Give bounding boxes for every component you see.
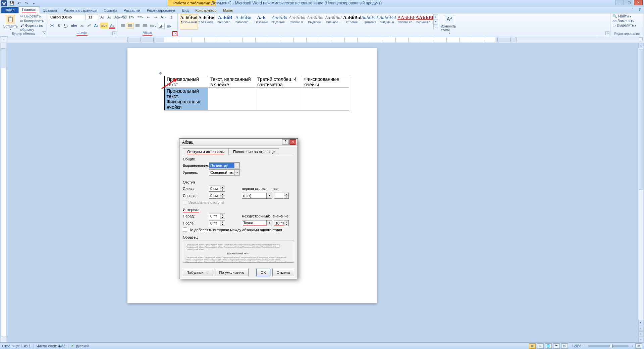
tab-mailings[interactable]: Рассылки (120, 8, 143, 13)
tab-page-layout[interactable]: Разметка страницы (60, 8, 101, 13)
grow-font-icon[interactable]: A↑ (99, 14, 105, 20)
tab-selector[interactable]: ⌐ (1, 36, 7, 43)
shading-icon[interactable]: ◪ (158, 23, 165, 29)
scroll-up-icon[interactable]: ▴ (638, 43, 643, 48)
dialog-close-button[interactable]: ✕ (289, 139, 296, 145)
cut-button[interactable]: ✂ Вырезать (20, 14, 45, 18)
view-full-screen-icon[interactable]: ▭ (537, 343, 544, 349)
view-web-icon[interactable]: 🌐 (545, 343, 552, 349)
minimize-ribbon-icon[interactable]: ˄ (631, 7, 635, 12)
tabs-button[interactable]: Табуляция... (183, 269, 213, 276)
style-item[interactable]: АаБбВвЗаголово... (234, 14, 252, 30)
browse-object-icon[interactable]: ○ (638, 331, 643, 337)
chevron-down-icon[interactable]: ▾ (234, 163, 239, 168)
style-item[interactable]: АаБбВвГгСлабое в... (288, 14, 307, 30)
tab-layout[interactable]: Макет (220, 8, 237, 13)
mirror-indents-checkbox[interactable] (183, 200, 187, 204)
table-cell[interactable]: Фиксированные ячейки (302, 76, 349, 88)
table-cell[interactable] (302, 88, 349, 110)
view-print-layout-icon[interactable]: ▤ (529, 343, 536, 349)
vertical-ruler[interactable] (1, 43, 7, 342)
inc-indent-icon[interactable]: ⇥ (153, 14, 159, 20)
ok-button[interactable]: OK (256, 269, 270, 276)
bullets-icon[interactable]: •≡ (119, 14, 126, 20)
style-item[interactable]: АаБбВвГгСтрогий (343, 14, 361, 30)
style-item[interactable]: АаБбВвГг¶ Без инте... (198, 14, 216, 30)
align-justify-icon[interactable] (142, 23, 148, 29)
borders-icon[interactable]: ▦ (165, 23, 172, 29)
scroll-thumb[interactable] (639, 49, 643, 190)
style-item[interactable]: АаБНазвание (252, 14, 270, 30)
table-cell[interactable]: Произвольный текст (165, 76, 208, 88)
indent-right-spin[interactable]: 0 см▴▾ (209, 193, 225, 199)
no-space-checkbox[interactable] (183, 228, 187, 232)
table-cell[interactable] (255, 88, 302, 110)
table-row[interactable]: Произвольный текст Текст, написанный в я… (165, 76, 349, 88)
vertical-scrollbar[interactable]: ▴ ▾ « ○ » (638, 43, 643, 342)
status-language[interactable]: русский (76, 344, 89, 348)
format-painter-button[interactable]: 🖌 Формат по образцу (20, 23, 45, 32)
highlight-icon[interactable]: ab (100, 22, 108, 29)
document-table[interactable]: Произвольный текст Текст, написанный в я… (164, 76, 349, 110)
font-name-combo[interactable] (49, 14, 86, 20)
table-cell[interactable]: Третий столбец, 4 сантиметра (255, 76, 302, 88)
chevron-down-icon[interactable]: ▾ (266, 193, 272, 198)
styles-scroll[interactable]: ▴ ▾ ⌄ (433, 14, 438, 29)
first-line-combo[interactable]: (нет)▾ (242, 193, 272, 199)
alignment-combo[interactable]: По центру▾ (209, 162, 240, 168)
style-item[interactable]: АаБбВвГгСильное ... (325, 14, 343, 30)
dialog-help-button[interactable]: ? (282, 139, 289, 145)
shrink-font-icon[interactable]: A↓ (106, 14, 112, 20)
minimize-button[interactable]: — (615, 0, 624, 5)
by-spin[interactable]: ▴▾ (274, 193, 289, 199)
indent-left-spin[interactable]: 0 см▴▾ (209, 186, 225, 192)
zoom-slider[interactable] (588, 345, 629, 347)
tab-review[interactable]: Рецензирование (144, 8, 179, 13)
default-button[interactable]: По умолчанию (215, 269, 249, 276)
bold-icon[interactable]: Ж (49, 22, 55, 29)
styles-up-icon[interactable]: ▴ (433, 14, 438, 19)
style-item[interactable]: АаБбВЗаголово... (216, 14, 234, 30)
tab-insert[interactable]: Вставка (40, 8, 60, 13)
styles-more-icon[interactable]: ⌄ (433, 24, 438, 29)
horizontal-ruler[interactable] (127, 37, 517, 42)
show-marks-icon[interactable]: ¶ (169, 14, 175, 20)
copy-button[interactable]: ⧉ Копировать (20, 19, 45, 23)
tab-home[interactable]: Главная (18, 6, 40, 13)
select-button[interactable]: ▭ Выделить ▾ (612, 23, 642, 28)
text-effects-icon[interactable]: A (93, 22, 99, 29)
find-button[interactable]: 🔍 Найти ▾ (612, 14, 642, 18)
styles-launcher[interactable]: ↘ (605, 31, 609, 35)
next-page-icon[interactable]: » (638, 337, 643, 342)
chevron-down-icon[interactable]: ▾ (266, 220, 272, 226)
dialog-titlebar[interactable]: Абзац ? ✕ (179, 139, 298, 146)
close-button[interactable]: ✕ (634, 0, 643, 5)
cancel-button[interactable]: Отмена (272, 269, 294, 276)
ruler-toggle[interactable] (639, 37, 643, 41)
dec-indent-icon[interactable]: ⇤ (146, 14, 152, 20)
paste-button[interactable]: 📋 Вставить▾ (2, 14, 19, 32)
chevron-down-icon[interactable]: ▾ (234, 170, 239, 175)
save-icon[interactable]: 💾 (9, 1, 14, 6)
align-center-icon[interactable] (127, 23, 133, 29)
tab-view[interactable]: Вид (179, 8, 192, 13)
tab-design[interactable]: Конструктор (192, 8, 220, 13)
italic-icon[interactable]: К (56, 22, 62, 29)
align-right-icon[interactable] (134, 23, 141, 29)
change-styles-button[interactable]: Aᴬ Изменить стили▾ (439, 14, 460, 35)
sort-icon[interactable]: A↓ (160, 14, 168, 20)
at-spin[interactable]: 10 пт▴▾ (274, 220, 289, 226)
zoom-level[interactable]: 120% (572, 344, 581, 348)
after-spin[interactable]: 0 пт▴▾ (209, 220, 225, 226)
table-cell[interactable] (208, 88, 255, 110)
line-spacing-icon[interactable]: ‡≡ (149, 23, 157, 29)
zoom-out-icon[interactable]: − (583, 344, 585, 348)
replace-button[interactable]: ab Заменить (612, 19, 642, 23)
font-color-icon[interactable]: A (109, 22, 115, 29)
styles-down-icon[interactable]: ▾ (433, 19, 438, 24)
style-item[interactable]: АаБбВвГгВыделенн... (379, 14, 397, 30)
zoom-in-icon[interactable]: + (632, 344, 634, 348)
dialog-tab-indents[interactable]: Отступы и интервалы (183, 148, 229, 155)
tab-references[interactable]: Ссылки (101, 8, 120, 13)
font-launcher[interactable]: ↘ (112, 31, 116, 35)
